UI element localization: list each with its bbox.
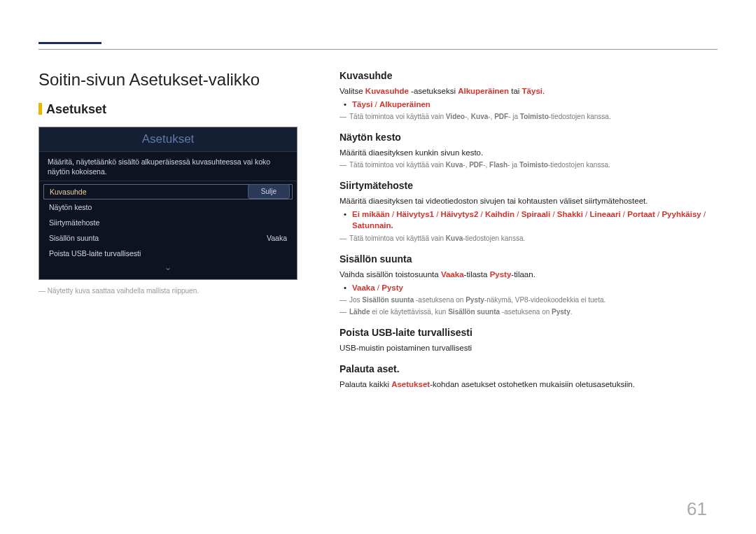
section-heading: Näytön kesto xyxy=(340,132,718,143)
embedded-ui-screenshot: Asetukset Määritä, näytetäänkö sisältö a… xyxy=(38,127,298,280)
scr-item[interactable]: Siirtymätehoste xyxy=(39,215,297,230)
body-text: Vaihda sisällön toistosuunta Vaaka-tilas… xyxy=(340,269,718,280)
note-text: Tätä toimintoa voi käyttää vain Kuva-tie… xyxy=(340,234,718,244)
section-heading: Sisällön suunta xyxy=(340,253,718,265)
header-accent-bar xyxy=(38,42,102,44)
scr-item[interactable]: Näytön kesto xyxy=(39,199,297,215)
scr-title: Asetukset xyxy=(39,127,297,152)
bullet-text: Täysi / Alkuperäinen xyxy=(340,99,718,110)
note-text: Tätä toimintoa voi käyttää vain Video-, … xyxy=(340,112,718,122)
body-text: Määritä diaesityksen kunkin sivun kesto. xyxy=(340,147,718,158)
scr-item-label: Sisällön suunta xyxy=(49,234,99,242)
section-heading: Siirtymätehoste xyxy=(340,180,718,191)
body-text: Valitse Kuvasuhde -asetukseksi Alkuperäi… xyxy=(340,85,718,97)
bullet-text: Ei mikään / Häivytys1 / Häivytys2 / Kaih… xyxy=(340,209,718,231)
note-text: Lähde ei ole käytettävissä, kun Sisällön… xyxy=(340,307,718,317)
image-caption: Näytetty kuva saattaa vaihdella mallista… xyxy=(38,287,298,295)
body-text: USB-muistin poistaminen turvallisesti xyxy=(340,342,718,353)
page: Soitin-sivun Asetukset-valikko Asetukset… xyxy=(0,0,756,392)
section-heading: Poista USB-laite turvallisesti xyxy=(340,327,718,338)
close-button[interactable]: Sulje xyxy=(248,184,290,199)
section-subtitle: Asetukset xyxy=(38,102,298,117)
scr-description: Määritä, näytetäänkö sisältö alkuperäise… xyxy=(39,152,297,181)
scr-item[interactable]: Poista USB-laite turvallisesti xyxy=(39,246,297,261)
right-column: Kuvasuhde Valitse Kuvasuhde -asetukseksi… xyxy=(340,70,718,392)
scr-item-value: Vaaka xyxy=(267,234,287,242)
header-rule xyxy=(38,49,718,50)
page-number: 61 xyxy=(687,498,707,520)
section-heading: Palauta aset. xyxy=(340,363,718,374)
body-text: Palauta kaikki Asetukset-kohdan asetukse… xyxy=(340,379,718,390)
left-column: Soitin-sivun Asetukset-valikko Asetukset… xyxy=(38,70,298,392)
body-text: Määritä diaesityksen tai videotiedoston … xyxy=(340,195,718,206)
scr-item[interactable]: Sisällön suunta Vaaka xyxy=(39,230,297,246)
note-text: Jos Sisällön suunta -asetuksena on Pysty… xyxy=(340,295,718,305)
chevron-down-icon[interactable]: ⌄ xyxy=(39,261,297,275)
page-title: Soitin-sivun Asetukset-valikko xyxy=(38,70,298,90)
scr-body: Sulje Kuvasuhde Näytön kesto Siirtymäteh… xyxy=(39,181,297,279)
section-heading: Kuvasuhde xyxy=(340,70,718,81)
bullet-text: Vaaka / Pysty xyxy=(340,282,718,293)
note-text: Tätä toimintoa voi käyttää vain Kuva-, P… xyxy=(340,160,718,170)
